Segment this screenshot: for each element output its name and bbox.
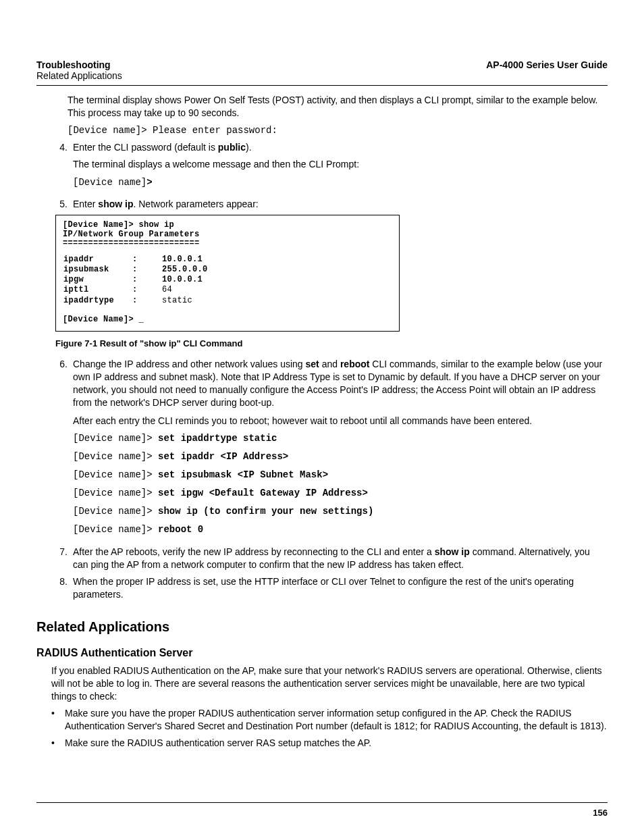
figure-line-2: IP/Network Group Parameters bbox=[63, 230, 392, 239]
fig-r1-colon: : bbox=[132, 255, 161, 265]
bullet-dot-icon: • bbox=[51, 737, 65, 750]
figure-cli-output: [Device Name]> show ip IP/Network Group … bbox=[55, 215, 400, 332]
step-5-bold: show ip bbox=[98, 199, 133, 209]
step-6-bold-set: set bbox=[306, 359, 319, 369]
step-4-number: 4. bbox=[50, 141, 73, 194]
step-8-number: 8. bbox=[50, 575, 73, 601]
fig-r5-key: ipaddrtype bbox=[63, 296, 132, 306]
header-section: Troubleshooting bbox=[36, 59, 122, 70]
step-4-bold: public bbox=[218, 142, 246, 153]
bullet-1-text: Make sure you have the proper RADIUS aut… bbox=[65, 707, 608, 733]
fig-r1-val: 10.0.0.1 bbox=[161, 255, 209, 265]
step-6-number: 6. bbox=[50, 358, 73, 542]
cmd-1: [Device name]> set ipaddrtype static bbox=[73, 432, 608, 445]
footer-rule bbox=[36, 802, 608, 803]
fig-r2-colon: : bbox=[132, 265, 161, 275]
header-guide-title: AP-4000 Series User Guide bbox=[486, 59, 608, 70]
step-6-after: After each entry the CLI reminds you to … bbox=[73, 415, 608, 427]
figure-dash: =========================== bbox=[63, 239, 392, 248]
step-6-text-a: Change the IP address and other network … bbox=[73, 359, 306, 369]
step-5: 5. Enter show ip. Network parameters app… bbox=[50, 198, 608, 211]
bullet-2-text: Make sure the RADIUS authentication serv… bbox=[65, 737, 371, 750]
figure-caption: Figure 7-1 Result of "show ip" CLI Comma… bbox=[55, 338, 608, 348]
cli-prompt-blank: [Device name]> bbox=[73, 176, 608, 189]
step-4-text-a: Enter the CLI password (default is bbox=[73, 142, 218, 153]
step-5-text-a: Enter bbox=[73, 199, 98, 209]
cmd-3: [Device name]> set ipsubmask <IP Subnet … bbox=[73, 469, 608, 481]
fig-r3-key: ipgw bbox=[63, 275, 132, 285]
page-number: 156 bbox=[593, 808, 608, 818]
fig-r2-key: ipsubmask bbox=[63, 265, 132, 275]
heading-related-applications: Related Applications bbox=[36, 619, 608, 635]
fig-r4-key: ipttl bbox=[63, 285, 132, 295]
step-4: 4. Enter the CLI password (default is pu… bbox=[50, 141, 608, 194]
figure-last-line: [Device Name]> _ bbox=[63, 315, 392, 324]
radius-paragraph: If you enabled RADIUS Authentication on … bbox=[51, 664, 608, 703]
bullet-dot-icon: • bbox=[51, 707, 65, 733]
header-rule bbox=[36, 85, 608, 86]
step-7-number: 7. bbox=[50, 546, 73, 571]
step-7: 7. After the AP reboots, verify the new … bbox=[50, 546, 608, 571]
step-5-number: 5. bbox=[50, 198, 73, 211]
bullet-2: • Make sure the RADIUS authentication se… bbox=[51, 737, 608, 750]
figure-line-1: [Device Name]> show ip bbox=[63, 221, 392, 230]
fig-r4-val: 64 bbox=[161, 285, 209, 295]
fig-r4-colon: : bbox=[132, 285, 161, 295]
step-6-mid: and bbox=[319, 359, 340, 369]
fig-r5-val: static bbox=[161, 296, 209, 306]
step-4-line2: The terminal displays a welcome message … bbox=[73, 158, 608, 171]
step-8: 8. When the proper IP address is set, us… bbox=[50, 575, 608, 601]
step-7-bold: show ip bbox=[435, 546, 470, 557]
cmd-5: [Device name]> show ip (to confirm your … bbox=[73, 505, 608, 518]
step-4-text-b: ). bbox=[246, 142, 252, 153]
cmd-6: [Device name]> reboot 0 bbox=[73, 523, 608, 536]
step-5-text-b: . Network parameters appear: bbox=[133, 199, 258, 209]
intro-paragraph: The terminal display shows Power On Self… bbox=[68, 94, 608, 120]
fig-r2-val: 255.0.0.0 bbox=[161, 265, 209, 275]
fig-r5-colon: : bbox=[132, 296, 161, 306]
step-8-text: When the proper IP address is set, use t… bbox=[73, 575, 608, 601]
fig-r3-colon: : bbox=[132, 275, 161, 285]
step-7-text-a: After the AP reboots, verify the new IP … bbox=[73, 546, 435, 557]
fig-r3-val: 10.0.0.1 bbox=[161, 275, 209, 285]
step-6: 6. Change the IP address and other netwo… bbox=[50, 358, 608, 542]
cmd-2: [Device name]> set ipaddr <IP Address> bbox=[73, 450, 608, 463]
cmd-4: [Device name]> set ipgw <Default Gateway… bbox=[73, 487, 608, 500]
bullet-1: • Make sure you have the proper RADIUS a… bbox=[51, 707, 608, 733]
step-6-bold-reboot: reboot bbox=[340, 359, 370, 369]
cli-prompt-password: [Device name]> Please enter password: bbox=[68, 125, 608, 136]
page-header: Troubleshooting Related Applications AP-… bbox=[36, 59, 608, 81]
header-subsection: Related Applications bbox=[36, 70, 122, 81]
heading-radius-auth-server: RADIUS Authentication Server bbox=[36, 647, 608, 659]
fig-r1-key: ipaddr bbox=[63, 255, 132, 265]
